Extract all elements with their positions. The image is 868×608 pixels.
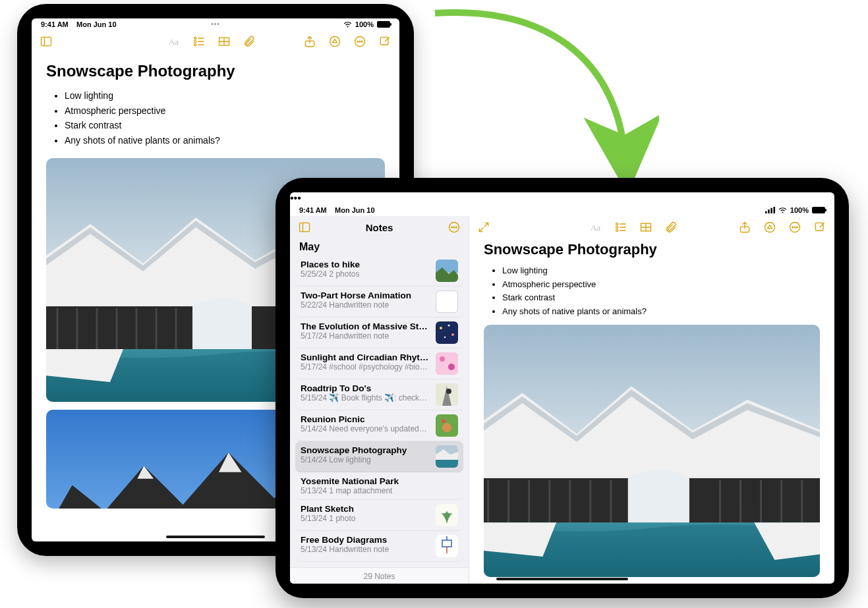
status-left: 9:41 AM Mon Jun 10: [41, 20, 117, 28]
multitask-dots[interactable]: •••: [290, 192, 834, 204]
note-list-item[interactable]: Yosemite National Park5/13/24 1 map atta…: [295, 472, 463, 500]
sidebar-toggle-button[interactable]: [38, 34, 54, 49]
note-item-title: Free Body Diagrams: [301, 535, 430, 545]
note-bullets[interactable]: Low lighting Atmospheric perspective Sta…: [46, 88, 385, 149]
home-indicator[interactable]: [166, 536, 265, 538]
sidebar-title: Notes: [290, 222, 469, 233]
bullet-item[interactable]: Atmospheric perspective: [502, 278, 820, 291]
format-button[interactable]: Aa: [588, 219, 604, 235]
share-button[interactable]: [302, 34, 318, 49]
note-list-item[interactable]: Places to hike5/25/24 2 photos: [295, 256, 463, 287]
note-list-item[interactable]: Sunlight and Circadian Rhyth…5/17/24 #sc…: [295, 348, 463, 379]
notes-sidebar: Notes May Places to hike5/25/24 2 photos…: [290, 216, 469, 584]
bullet-item[interactable]: Any shots of native plants or animals?: [65, 134, 385, 148]
svg-point-53: [440, 356, 445, 362]
table-button[interactable]: [216, 34, 232, 49]
note-item-meta: 5/17/24 Handwritten note: [301, 331, 430, 341]
status-right: 100%: [343, 20, 390, 28]
svg-point-49: [448, 325, 450, 327]
attachment-button[interactable]: [241, 34, 257, 49]
note-photo-1[interactable]: [484, 325, 820, 577]
note-list-item[interactable]: Reunion Picnic5/14/24 Need everyone's up…: [295, 410, 463, 441]
battery-icon: [812, 207, 825, 213]
note-item-meta: 5/13/24 1 photo: [301, 514, 430, 523]
svg-point-50: [451, 333, 454, 336]
status-date: Mon Jun 10: [76, 20, 117, 28]
note-item-thumbnail: [436, 504, 458, 526]
svg-point-5: [194, 40, 196, 42]
note-item-thumbnail: [436, 535, 458, 557]
bullet-item[interactable]: Stark contrast: [502, 291, 820, 304]
note-list-item[interactable]: Two-Part Horse Animation5/22/24 Handwrit…: [295, 287, 463, 318]
note-item-meta: 5/14/24 Low lighting: [301, 455, 430, 464]
svg-point-82: [797, 227, 798, 228]
svg-point-78: [765, 223, 775, 233]
more-button[interactable]: [787, 219, 803, 235]
sidebar-footer: 29 Notes: [290, 567, 469, 584]
home-indicator[interactable]: [496, 578, 628, 580]
note-bullets[interactable]: Low lighting Atmospheric perspective Sta…: [484, 263, 820, 318]
note-item-meta: 5/14/24 Need everyone's updated…: [301, 424, 430, 433]
status-bar: 9:41 AM Mon Jun 10 100%: [290, 204, 834, 216]
svg-text:Aa: Aa: [169, 37, 179, 47]
svg-text:Aa: Aa: [591, 223, 601, 233]
note-item-title: The Evolution of Massive Star…: [301, 321, 430, 331]
bullet-item[interactable]: Any shots of native plants or animals?: [502, 305, 820, 318]
attachment-button[interactable]: [663, 219, 679, 235]
note-item-thumbnail: [436, 383, 458, 406]
editor-toolbar: Aa: [469, 216, 834, 238]
svg-rect-38: [770, 208, 772, 213]
wifi-icon: [778, 207, 787, 214]
markup-button[interactable]: [327, 34, 343, 49]
table-button[interactable]: [638, 219, 654, 235]
note-item-thumbnail: [436, 260, 458, 282]
note-item-thumbnail: [436, 321, 458, 344]
note-title[interactable]: Snowscape Photography: [46, 62, 385, 80]
sidebar-section-label: May: [290, 238, 469, 254]
note-item-meta: 5/13/24 1 map attachment: [301, 486, 458, 495]
multitask-dots[interactable]: •••: [211, 20, 220, 28]
note-list-item[interactable]: Snowscape Photography5/14/24 Low lightin…: [295, 441, 463, 472]
svg-point-59: [442, 419, 446, 423]
bullet-item[interactable]: Stark contrast: [65, 119, 385, 133]
note-editor[interactable]: Snowscape Photography Low lighting Atmos…: [469, 238, 834, 584]
bullet-item[interactable]: Low lighting: [65, 89, 385, 103]
svg-point-13: [330, 37, 340, 47]
svg-rect-47: [436, 321, 458, 344]
note-list[interactable]: Places to hike5/25/24 2 photosTwo-Part H…: [290, 254, 469, 567]
svg-point-3: [194, 37, 196, 39]
format-button[interactable]: Aa: [166, 34, 182, 49]
note-item-title: Reunion Picnic: [301, 414, 430, 424]
compose-button[interactable]: [812, 219, 828, 235]
svg-point-48: [440, 327, 442, 329]
note-item-thumbnail: [436, 414, 458, 437]
bullet-item[interactable]: Atmospheric perspective: [65, 104, 385, 119]
note-item-thumbnail: [436, 352, 458, 375]
note-list-item[interactable]: Plant Sketch5/13/24 1 photo: [295, 500, 463, 531]
expand-button[interactable]: [476, 219, 492, 235]
svg-point-56: [446, 389, 451, 394]
markup-button[interactable]: [762, 219, 778, 235]
svg-point-51: [444, 337, 446, 338]
checklist-button[interactable]: [191, 34, 207, 49]
note-list-item[interactable]: Roadtrip To Do's5/15/24 ✈️ Book flights …: [295, 379, 463, 410]
svg-point-54: [448, 364, 455, 370]
note-toolbar: Aa: [32, 30, 399, 53]
svg-point-80: [792, 227, 794, 228]
note-title[interactable]: Snowscape Photography: [484, 241, 820, 258]
note-item-title: Places to hike: [301, 260, 430, 269]
note-item-title: Snowscape Photography: [301, 445, 430, 455]
cellular-icon: [765, 207, 775, 213]
status-date: Mon Jun 10: [335, 206, 375, 214]
bullet-item[interactable]: Low lighting: [502, 264, 820, 277]
note-list-item[interactable]: Free Body Diagrams5/13/24 Handwritten no…: [295, 531, 463, 562]
compose-button[interactable]: [377, 34, 393, 49]
svg-point-72: [616, 229, 618, 231]
battery-percent: 100%: [355, 20, 374, 28]
checklist-button[interactable]: [613, 219, 629, 235]
note-list-item[interactable]: The Evolution of Massive Star…5/17/24 Ha…: [295, 318, 463, 348]
wifi-icon: [343, 21, 352, 28]
more-button[interactable]: [352, 34, 368, 49]
note-item-title: Yosemite National Park: [301, 476, 458, 486]
share-button[interactable]: [737, 219, 753, 235]
